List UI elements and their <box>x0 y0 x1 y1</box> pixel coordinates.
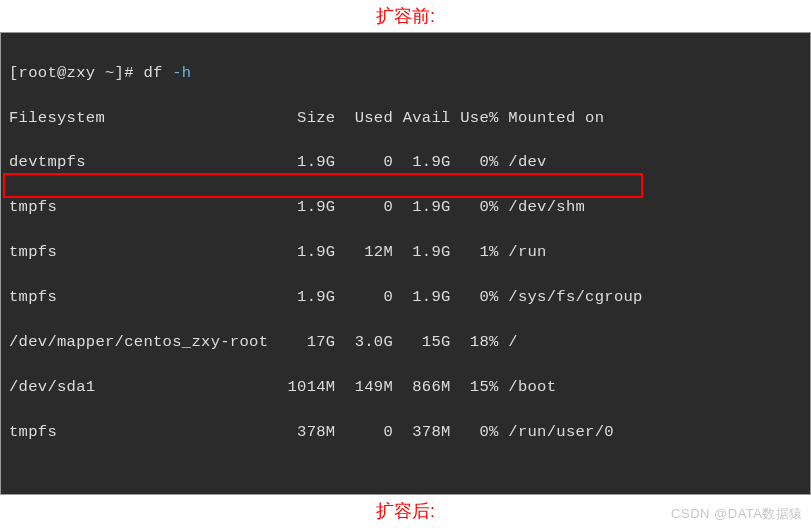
table-row: /dev/sda1 1014M 149M 866M 15% /boot <box>9 376 802 398</box>
table-row: devtmpfs 1.9G 0 1.9G 0% /dev <box>9 151 802 173</box>
flag: -h <box>172 64 191 82</box>
table-row: tmpfs 1.9G 12M 1.9G 1% /run <box>9 241 802 263</box>
prompt-user: [root@zxy ~]# <box>9 64 143 82</box>
table-row: tmpfs 1.9G 0 1.9G 0% /sys/fs/cgroup <box>9 286 802 308</box>
highlight-before <box>3 173 643 198</box>
caption-before: 扩容前: <box>0 0 811 32</box>
table-row: tmpfs 378M 0 378M 0% /run/user/0 <box>9 421 802 443</box>
command: df <box>143 64 172 82</box>
prompt-line: [root@zxy ~]# df -h <box>9 62 802 84</box>
table-row: tmpfs 1.9G 0 1.9G 0% /dev/shm <box>9 196 802 218</box>
terminal-before: [root@zxy ~]# df -h Filesystem Size Used… <box>0 32 811 495</box>
table-row-root: /dev/mapper/centos_zxy-root 17G 3.0G 15G… <box>9 331 802 353</box>
watermark: CSDN @DATA数据猿 <box>671 505 803 524</box>
df-header: Filesystem Size Used Avail Use% Mounted … <box>9 107 802 129</box>
